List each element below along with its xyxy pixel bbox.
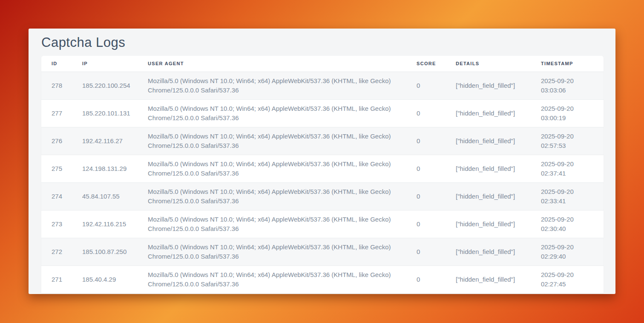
cell-details: ["hidden_field_filled"]: [446, 127, 531, 155]
cell-id: 271: [41, 265, 72, 293]
cell-score: 0: [406, 72, 446, 99]
cell-timestamp: 2025-09-20 02:33:41: [531, 182, 604, 210]
table-row: 274 45.84.107.55 Mozilla/5.0 (Windows NT…: [41, 182, 604, 210]
cell-id: 274: [41, 182, 72, 210]
cell-user-agent: Mozilla/5.0 (Windows NT 10.0; Win64; x64…: [138, 265, 406, 293]
table-header-row: ID IP USER AGENT SCORE DETAILS TIMESTAMP: [41, 56, 604, 72]
column-header-details: DETAILS: [446, 56, 531, 72]
captcha-logs-card: Captcha Logs ID IP USER AGENT SCORE DETA…: [29, 29, 615, 294]
cell-id: 273: [41, 210, 72, 238]
column-header-id: ID: [41, 56, 72, 72]
cell-score: 0: [406, 182, 446, 210]
cell-ip: 185.220.100.254: [72, 72, 138, 99]
column-header-timestamp: TIMESTAMP: [531, 56, 604, 72]
cell-score: 0: [406, 127, 446, 155]
table-row: 276 192.42.116.27 Mozilla/5.0 (Windows N…: [41, 127, 604, 155]
table-row: 278 185.220.100.254 Mozilla/5.0 (Windows…: [41, 72, 604, 99]
cell-details: ["hidden_field_filled"]: [446, 72, 531, 99]
cell-id: 272: [41, 238, 72, 265]
cell-timestamp: 2025-09-20 02:37:41: [531, 155, 604, 182]
cell-user-agent: Mozilla/5.0 (Windows NT 10.0; Win64; x64…: [138, 99, 406, 127]
cell-user-agent: Mozilla/5.0 (Windows NT 10.0; Win64; x64…: [138, 210, 406, 238]
cell-id: 278: [41, 72, 72, 99]
cell-details: ["hidden_field_filled"]: [446, 238, 531, 265]
cell-score: 0: [406, 99, 446, 127]
cell-timestamp: 2025-09-20 03:03:06: [531, 72, 604, 99]
cell-ip: 192.42.116.215: [72, 210, 138, 238]
page-title: Captcha Logs: [41, 35, 615, 50]
column-header-user-agent: USER AGENT: [138, 56, 406, 72]
cell-details: ["hidden_field_filled"]: [446, 99, 531, 127]
cell-timestamp: 2025-09-20 03:00:19: [531, 99, 604, 127]
table-row: 275 124.198.131.29 Mozilla/5.0 (Windows …: [41, 155, 604, 182]
column-header-ip: IP: [72, 56, 138, 72]
cell-score: 0: [406, 265, 446, 293]
cell-id: 277: [41, 99, 72, 127]
cell-id: 276: [41, 127, 72, 155]
table-row: 272 185.100.87.250 Mozilla/5.0 (Windows …: [41, 238, 604, 265]
captcha-logs-table: ID IP USER AGENT SCORE DETAILS TIMESTAMP…: [41, 56, 604, 293]
cell-ip: 185.40.4.29: [72, 265, 138, 293]
cell-details: ["hidden_field_filled"]: [446, 155, 531, 182]
logs-table: ID IP USER AGENT SCORE DETAILS TIMESTAMP…: [41, 56, 604, 293]
cell-ip: 185.220.101.131: [72, 99, 138, 127]
cell-timestamp: 2025-09-20 02:29:40: [531, 238, 604, 265]
cell-timestamp: 2025-09-20 02:30:40: [531, 210, 604, 238]
cell-user-agent: Mozilla/5.0 (Windows NT 10.0; Win64; x64…: [138, 127, 406, 155]
cell-user-agent: Mozilla/5.0 (Windows NT 10.0; Win64; x64…: [138, 182, 406, 210]
cell-details: ["hidden_field_filled"]: [446, 265, 531, 293]
cell-id: 275: [41, 155, 72, 182]
column-header-score: SCORE: [406, 56, 446, 72]
table-row: 273 192.42.116.215 Mozilla/5.0 (Windows …: [41, 210, 604, 238]
cell-ip: 185.100.87.250: [72, 238, 138, 265]
cell-score: 0: [406, 155, 446, 182]
cell-ip: 45.84.107.55: [72, 182, 138, 210]
cell-timestamp: 2025-09-20 02:57:53: [531, 127, 604, 155]
cell-score: 0: [406, 238, 446, 265]
cell-details: ["hidden_field_filled"]: [446, 210, 531, 238]
cell-user-agent: Mozilla/5.0 (Windows NT 10.0; Win64; x64…: [138, 72, 406, 99]
cell-timestamp: 2025-09-20 02:27:45: [531, 265, 604, 293]
table-row: 271 185.40.4.29 Mozilla/5.0 (Windows NT …: [41, 265, 604, 293]
cell-score: 0: [406, 210, 446, 238]
cell-ip: 124.198.131.29: [72, 155, 138, 182]
page-background: Captcha Logs ID IP USER AGENT SCORE DETA…: [0, 0, 644, 323]
cell-details: ["hidden_field_filled"]: [446, 182, 531, 210]
table-row: 277 185.220.101.131 Mozilla/5.0 (Windows…: [41, 99, 604, 127]
cell-ip: 192.42.116.27: [72, 127, 138, 155]
cell-user-agent: Mozilla/5.0 (Windows NT 10.0; Win64; x64…: [138, 238, 406, 265]
cell-user-agent: Mozilla/5.0 (Windows NT 10.0; Win64; x64…: [138, 155, 406, 182]
